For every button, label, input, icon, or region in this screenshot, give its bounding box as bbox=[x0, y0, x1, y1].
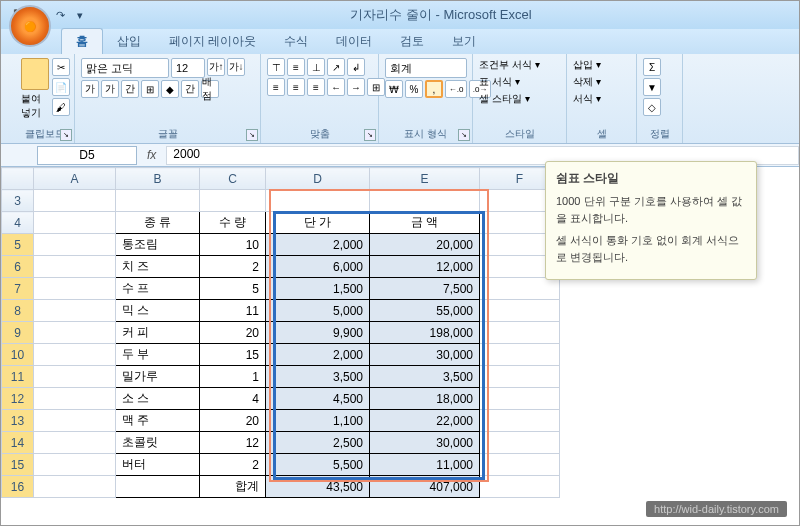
cell[interactable]: 수 프 bbox=[116, 278, 200, 300]
clear-icon[interactable]: ◇ bbox=[643, 98, 661, 116]
cell[interactable]: 2 bbox=[200, 454, 266, 476]
row-header[interactable]: 8 bbox=[2, 300, 34, 322]
cell[interactable]: 두 부 bbox=[116, 344, 200, 366]
currency-icon[interactable]: ₩ bbox=[385, 80, 403, 98]
row-header[interactable]: 11 bbox=[2, 366, 34, 388]
cell[interactable]: 407,000 bbox=[370, 476, 480, 498]
font-color-button[interactable]: 간 bbox=[181, 80, 199, 98]
format-painter-icon[interactable]: 🖌 bbox=[52, 98, 70, 116]
cell[interactable]: 30,000 bbox=[370, 432, 480, 454]
row-header[interactable]: 7 bbox=[2, 278, 34, 300]
grow-font-icon[interactable]: 가↑ bbox=[207, 58, 225, 76]
cell[interactable]: 11 bbox=[200, 300, 266, 322]
office-button[interactable]: 🟠 bbox=[9, 5, 51, 47]
cell[interactable]: 커 피 bbox=[116, 322, 200, 344]
indent-right-icon[interactable]: → bbox=[347, 78, 365, 96]
row-header[interactable]: 3 bbox=[2, 190, 34, 212]
dialog-launcher-icon[interactable]: ↘ bbox=[60, 129, 72, 141]
cell[interactable]: 2,000 bbox=[266, 344, 370, 366]
align-bottom-icon[interactable]: ⊥ bbox=[307, 58, 325, 76]
cell[interactable]: 버터 bbox=[116, 454, 200, 476]
column-header[interactable]: E bbox=[370, 168, 480, 190]
italic-button[interactable]: 가 bbox=[101, 80, 119, 98]
cell[interactable]: 밀가루 bbox=[116, 366, 200, 388]
number-format-select[interactable]: 회계 bbox=[385, 58, 467, 78]
cell[interactable]: 7,500 bbox=[370, 278, 480, 300]
cut-icon[interactable]: ✂ bbox=[52, 58, 70, 76]
cell[interactable]: 15 bbox=[200, 344, 266, 366]
cell[interactable]: 30,000 bbox=[370, 344, 480, 366]
cell[interactable]: 믹 스 bbox=[116, 300, 200, 322]
align-top-icon[interactable]: ⊤ bbox=[267, 58, 285, 76]
qa-more-icon[interactable]: ▾ bbox=[71, 6, 89, 24]
cell[interactable]: 10 bbox=[200, 234, 266, 256]
row-header[interactable]: 16 bbox=[2, 476, 34, 498]
conditional-format-button[interactable]: 조건부 서식 ▾ bbox=[479, 58, 540, 72]
align-left-icon[interactable]: ≡ bbox=[267, 78, 285, 96]
table-format-button[interactable]: 표 서식 ▾ bbox=[479, 75, 520, 89]
copy-icon[interactable]: 📄 bbox=[52, 78, 70, 96]
cell[interactable]: 22,000 bbox=[370, 410, 480, 432]
cell[interactable]: 1 bbox=[200, 366, 266, 388]
align-middle-icon[interactable]: ≡ bbox=[287, 58, 305, 76]
cell[interactable]: 12 bbox=[200, 432, 266, 454]
table-header-cell[interactable]: 수 량 bbox=[200, 212, 266, 234]
table-header-cell[interactable]: 금 액 bbox=[370, 212, 480, 234]
row-header[interactable]: 4 bbox=[2, 212, 34, 234]
fx-icon[interactable]: fx bbox=[137, 148, 166, 162]
cell[interactable]: 5 bbox=[200, 278, 266, 300]
underline-button[interactable]: 간 bbox=[121, 80, 139, 98]
column-header[interactable] bbox=[2, 168, 34, 190]
table-header-cell[interactable]: 단 가 bbox=[266, 212, 370, 234]
tab-formulas[interactable]: 수식 bbox=[270, 29, 322, 54]
tab-view[interactable]: 보기 bbox=[438, 29, 490, 54]
cell[interactable]: 20 bbox=[200, 410, 266, 432]
font-name-select[interactable]: 맑은 고딕 bbox=[81, 58, 169, 78]
column-header[interactable]: A bbox=[34, 168, 116, 190]
column-header[interactable]: C bbox=[200, 168, 266, 190]
row-header[interactable]: 13 bbox=[2, 410, 34, 432]
cell[interactable]: 합계 bbox=[200, 476, 266, 498]
cell[interactable]: 2,000 bbox=[266, 234, 370, 256]
cell[interactable]: 4 bbox=[200, 388, 266, 410]
comma-style-button[interactable]: , bbox=[425, 80, 443, 98]
cell[interactable]: 4,500 bbox=[266, 388, 370, 410]
cell[interactable]: 198,000 bbox=[370, 322, 480, 344]
insert-cells-button[interactable]: 삽입 ▾ bbox=[573, 58, 601, 72]
font-size-select[interactable]: 12 bbox=[171, 58, 205, 78]
tab-layout[interactable]: 페이지 레이아웃 bbox=[155, 29, 270, 54]
shrink-font-icon[interactable]: 가↓ bbox=[227, 58, 245, 76]
tab-data[interactable]: 데이터 bbox=[322, 29, 386, 54]
cell[interactable]: 2,500 bbox=[266, 432, 370, 454]
ruby-button[interactable]: 배점 bbox=[201, 80, 219, 98]
cell-styles-button[interactable]: 셀 스타일 ▾ bbox=[479, 92, 530, 106]
cell[interactable]: 1,100 bbox=[266, 410, 370, 432]
bold-button[interactable]: 가 bbox=[81, 80, 99, 98]
increase-decimal-icon[interactable]: ←.0 bbox=[445, 80, 467, 98]
column-header[interactable]: B bbox=[116, 168, 200, 190]
dialog-launcher-icon[interactable]: ↘ bbox=[458, 129, 470, 141]
cell[interactable]: 치 즈 bbox=[116, 256, 200, 278]
redo-icon[interactable]: ↷ bbox=[51, 6, 69, 24]
align-center-icon[interactable]: ≡ bbox=[287, 78, 305, 96]
align-right-icon[interactable]: ≡ bbox=[307, 78, 325, 96]
cell[interactable]: 43,500 bbox=[266, 476, 370, 498]
row-header[interactable]: 6 bbox=[2, 256, 34, 278]
orientation-icon[interactable]: ↗ bbox=[327, 58, 345, 76]
cell[interactable] bbox=[116, 476, 200, 498]
tab-insert[interactable]: 삽입 bbox=[103, 29, 155, 54]
cell[interactable]: 6,000 bbox=[266, 256, 370, 278]
row-header[interactable]: 5 bbox=[2, 234, 34, 256]
indent-left-icon[interactable]: ← bbox=[327, 78, 345, 96]
column-header[interactable]: D bbox=[266, 168, 370, 190]
cell[interactable]: 2 bbox=[200, 256, 266, 278]
row-header[interactable]: 12 bbox=[2, 388, 34, 410]
cell[interactable]: 11,000 bbox=[370, 454, 480, 476]
cell[interactable]: 맥 주 bbox=[116, 410, 200, 432]
row-header[interactable]: 10 bbox=[2, 344, 34, 366]
autosum-icon[interactable]: Σ bbox=[643, 58, 661, 76]
fill-color-button[interactable]: ◆ bbox=[161, 80, 179, 98]
row-header[interactable]: 14 bbox=[2, 432, 34, 454]
tab-home[interactable]: 홈 bbox=[61, 28, 103, 54]
cell[interactable]: 소 스 bbox=[116, 388, 200, 410]
